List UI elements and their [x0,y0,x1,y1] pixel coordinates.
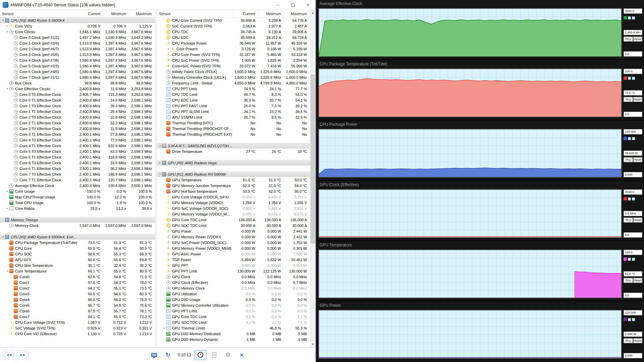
expander-icon[interactable]: ▾ [5,86,9,92]
sensor-row[interactable]: Bus Clock99.8 MHz99.8 MHz99.8 MHz [0,80,155,86]
sensor-row[interactable]: CPU Core Current (SVI2 TFN)35.806 A5.208… [157,17,310,23]
y-max-field[interactable]: 120.000 [624,310,642,315]
y-min-field[interactable]: 0.000 [624,353,642,358]
y-max-field[interactable]: 3200.0 [624,8,642,14]
close-button[interactable]: × [301,0,316,10]
expander-icon[interactable]: ▸ [167,46,170,52]
sensor-row[interactable]: Core 7 T0 Effective Clock2,400.1 MHz168.… [0,171,155,177]
sensor-row[interactable]: GPU SOC TDC Limit30.000 A30.000 A30.000 … [157,223,310,228]
sensor-row[interactable]: Core 4 T0 Effective Clock2,400.1 MHz77.9… [0,137,155,143]
sensor-row[interactable]: Max CPU/Thread Usage100.0 %12.2 %100.0 % [0,194,155,200]
reset-clock-button[interactable] [195,350,207,360]
expander-icon[interactable]: ▾ [158,171,162,177]
graph-option-checkbox[interactable] [628,137,631,140]
reset-button[interactable]: Reset [633,338,643,343]
sensor-row[interactable]: GPU Core Voltage (VDDCR_GFX)0.026 V0.026… [157,194,310,200]
expander-icon[interactable]: ▸ [5,23,9,29]
sensor-row[interactable]: Average Effective Clock2,400.8 MHz109.4 … [0,183,155,188]
series-color-swatch[interactable] [624,137,627,140]
sensor-row[interactable]: ▾Core Clocks1,545.1 MHz1,330.9 MHz3,967.… [0,29,155,35]
graph-option-checkbox[interactable] [628,77,631,80]
graph-option-checkbox[interactable] [632,137,635,140]
sensor-row[interactable]: GPU Power0.000 W0.000 W2.441 W [157,228,310,234]
sensor-row[interactable]: Core 4 Clock (perf #7/8)1,580.4 MHz1,397… [0,57,155,63]
scrollbar-thumb[interactable] [311,74,315,244]
y-min-field[interactable]: 0.0 [624,112,642,117]
expander-icon[interactable]: ▸ [5,188,9,194]
sensor-row[interactable]: Core 5 T1 Effective Clock2,400.1 MHz118.… [0,154,155,160]
graph-option-checkbox[interactable] [628,197,631,200]
sensor-row[interactable]: APU STAPM Limit26.7 %8.5 %32.5 % [157,114,310,120]
sensor-row[interactable]: CPU Core Voltage (SVI2 TFN)1.087 V0.712 … [0,319,155,325]
graph-plot[interactable] [318,249,622,298]
sensor-row[interactable]: CPU EDC45.599 A26.312 A68.724 A [157,35,310,40]
expander-icon[interactable]: ▾ [1,17,5,23]
graph-plot[interactable] [318,310,622,359]
sensor-row[interactable]: TGP Power5.894 W5.632 W10.451 W [157,257,310,262]
section-header-row[interactable]: ▾GPU [#1]: AMD Radeon RX 6800M: [157,171,310,177]
sensor-row[interactable]: Memory Clock1,597.0 MHz1,597.0 MHz1,597.… [0,223,155,228]
sensor-row[interactable]: ▸Core Powers3.126 W0.106 W5.199 W [157,46,310,52]
scroll-down-icon[interactable]: ▼ [310,342,316,347]
sensor-row[interactable]: GPU SOC TDC Limit3.1 %3.1 %7.1 % [157,319,310,325]
sensor-row[interactable]: Core 2 T0 Effective Clock2,400.8 MHz10.8… [0,114,155,120]
sensor-row[interactable]: Core566.7 °C54.8 °C76.6 °C [0,302,155,308]
column-header-sensor[interactable]: Sensor [158,12,232,16]
sensor-row[interactable]: Core264.2 °C55.1 °C73.5 °C [0,285,155,291]
sensor-row[interactable]: GPU Memory Clock2.0 MHz2.0 MHz8.0 MHz [157,285,310,291]
series-color-swatch[interactable] [624,16,627,19]
reset-button[interactable]: Reset [633,157,643,162]
sensor-row[interactable]: Thermal Throttling (PROCHOT EXT)NoNoNo [157,131,310,137]
sensor-row[interactable]: GPU ASIC Power6.000 W5.000 W7.000 W [157,251,310,257]
sensor-row[interactable]: Core 6 T1 Effective Clock2,400.1 MHz36.2… [0,166,155,171]
section-header-row[interactable]: ▸GPU [#0]: AMD Radeon Vega: [157,160,310,166]
column-header-minimum[interactable]: Minimum [103,10,129,17]
column-header-current[interactable]: Current [232,10,258,17]
move-value-right-button[interactable]: ►► [16,350,29,360]
sensor-row[interactable]: ▸GPU Thermal Limits46.8 %55.3 % [157,325,310,331]
column-header-current[interactable]: Current [77,10,103,17]
sensor-row[interactable]: GPU Memory Power (VDDCI_MEM)0.000 W0.000… [157,245,310,251]
sensor-row[interactable]: CPU TDC36.745 A6.130 A39.995 A [157,29,310,35]
column-header-minimum[interactable]: Minimum [258,10,284,17]
series-color-swatch[interactable] [624,257,627,261]
graph-option-checkbox[interactable] [628,318,631,321]
sensor-row[interactable]: GPU Core TDC Limit0.1 %0.0 %2.1 % [157,314,310,319]
series-color-swatch[interactable] [624,197,627,200]
sensor-row[interactable]: Core369.5 °C54.6 °C80.9 °C [0,291,155,297]
sensor-row[interactable]: CPU PPT SLOW Limit34.1 %15.2 %39.6 % [157,109,310,114]
sensor-row[interactable]: Core 0 T1 Effective Clock2,400.8 MHz14.9… [0,97,155,103]
sensor-row[interactable]: Core466.6 °C56.2 °C76.3 °C [0,297,155,302]
scroll-up-icon[interactable]: ▲ [310,10,316,16]
expander-icon[interactable]: ▸ [158,160,162,166]
sensor-row[interactable]: GPU Temperature51.0 °C51.0 °C53.0 °C [157,177,310,183]
sensor-row[interactable]: GPU D3D Memory Dynamic1 MB1 MB5 MB [157,337,310,342]
sensor-row[interactable]: Core062.6 °C54.8 °C71.9 °C [0,274,155,280]
sensor-row[interactable]: GPU Memory Junction Temperature52.0 °C51… [157,183,310,188]
graph-option-checkbox[interactable] [632,318,635,321]
sensor-row[interactable]: APU GFX60.6 °C55.6 °C69.8 °C [0,257,155,262]
y-min-field[interactable]: 0.0 [624,232,642,238]
expander-icon[interactable]: ▸ [162,325,166,331]
expander-icon[interactable]: ▾ [5,29,9,35]
expander-icon[interactable]: ▾ [1,234,5,240]
sensor-row[interactable]: Core 7 Clock (perf #1/1)1,580.4 MHz1,397… [0,74,155,80]
logging-button[interactable] [208,350,220,360]
reset-button[interactable]: Reset [633,37,643,42]
sensor-row[interactable]: Core 2 Clock (perf #6/7)1,513.9 MHz1,397… [0,46,155,52]
settings-button[interactable]: ⚙ [222,350,234,360]
sensor-row[interactable]: Core 1 Clock (perf #3/4)1,513.9 MHz1,397… [0,40,155,46]
fit-y-button[interactable]: Fit y [624,97,633,102]
sensor-row[interactable]: Memory Controller Clock (UCLK)1,600.0 MH… [157,74,310,80]
close-sensors-button[interactable]: × [236,350,248,360]
sensor-row[interactable]: GPU Utilization0.0 %0.0 %0.0 % [157,291,310,297]
section-header-row[interactable]: ▾CPU [#0]: AMD Ryzen 9 5900HX [0,17,155,23]
y-max-field[interactable]: 3000.0 [624,189,642,195]
sensor-row[interactable]: Total CPU Usage100.0 %1.8 %100.0 % [0,200,155,205]
sensor-row[interactable]: Drive Temperature27 °C26 °C33 °C [157,148,310,154]
system-summary-button[interactable] [148,350,160,360]
expander-icon[interactable]: ▾ [5,268,9,274]
sensor-row[interactable]: Core 2 T1 Effective Clock2,400.8 MHz53.3… [0,120,155,126]
sensor-row[interactable]: GPU Hot Spot Temperature53.0 °C52.0 °C55… [157,188,310,194]
y-max-field[interactable]: 100.0 [624,69,642,74]
